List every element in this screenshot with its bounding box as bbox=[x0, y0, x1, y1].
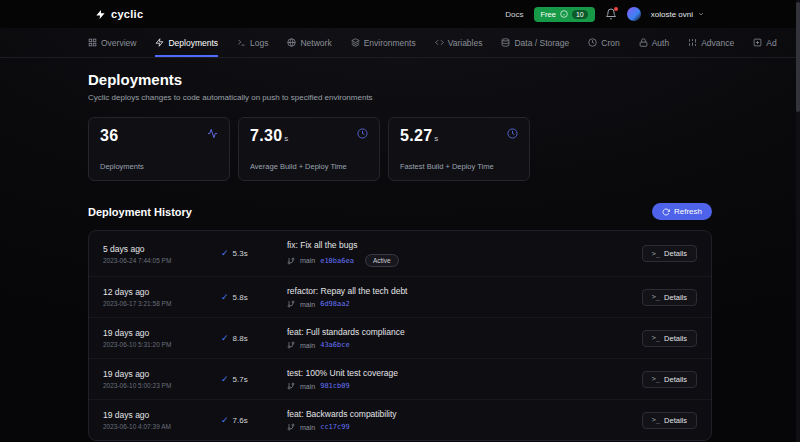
info-icon bbox=[560, 10, 568, 18]
tab-auth[interactable]: Auth bbox=[639, 28, 670, 57]
chevron-down-icon bbox=[697, 10, 705, 18]
commit-message: feat: Backwards compatibility bbox=[287, 409, 642, 419]
history-header: Deployment History Refresh bbox=[88, 203, 712, 220]
commit-hash-link[interactable]: cc17c99 bbox=[320, 423, 350, 431]
stat-label: Average Build + Deploy Time bbox=[250, 162, 347, 171]
tab-label: Network bbox=[300, 38, 331, 48]
commit-hash-link[interactable]: 981cb09 bbox=[320, 382, 350, 390]
code-icon bbox=[435, 38, 444, 47]
stat-label: Deployments bbox=[100, 162, 144, 171]
stat-card-deployments: 36 Deployments bbox=[88, 117, 230, 181]
deploy-duration: 8.8s bbox=[233, 334, 248, 343]
commit-message: feat: Full standards compliance bbox=[287, 327, 642, 337]
deploy-duration: 5.8s bbox=[233, 293, 248, 302]
details-label: Details bbox=[664, 416, 687, 425]
deploy-relative-time: 19 days ago bbox=[103, 328, 221, 338]
details-button[interactable]: >_ Details bbox=[642, 412, 697, 429]
deployment-row: 19 days ago 2023-06-10 4:07:39 AM ✓ 7.6s… bbox=[89, 400, 711, 440]
branch-name: main bbox=[300, 257, 315, 264]
plan-count-badge: 10 bbox=[572, 10, 588, 19]
avatar[interactable] bbox=[627, 7, 641, 21]
tab-cron[interactable]: Cron bbox=[588, 28, 619, 57]
deploy-relative-time: 12 days ago bbox=[103, 287, 221, 297]
deploy-duration: 5.3s bbox=[233, 249, 248, 258]
tab-label: Deployments bbox=[168, 38, 218, 48]
deployment-row: 5 days ago 2023-06-24 7:44:05 PM ✓ 5.3s … bbox=[89, 231, 711, 277]
success-check-icon: ✓ bbox=[221, 334, 229, 343]
clock-icon bbox=[588, 38, 597, 47]
terminal-prompt-icon: >_ bbox=[652, 293, 660, 301]
refresh-icon bbox=[662, 208, 670, 216]
tab-variables[interactable]: Variables bbox=[435, 28, 483, 57]
stat-value: 7.30 bbox=[250, 127, 282, 144]
logo-bolt-icon bbox=[95, 9, 106, 20]
deploy-relative-time: 19 days ago bbox=[103, 369, 221, 379]
details-label: Details bbox=[664, 249, 687, 258]
details-button[interactable]: >_ Details bbox=[642, 245, 697, 262]
layers-icon bbox=[351, 38, 360, 47]
history-title: Deployment History bbox=[88, 206, 192, 218]
lock-icon bbox=[639, 38, 648, 47]
tab-deployments[interactable]: Deployments bbox=[155, 28, 218, 57]
primary-nav: Overview Deployments Logs Network Enviro… bbox=[0, 28, 800, 58]
deploy-relative-time: 19 days ago bbox=[103, 410, 221, 420]
scrollbar-thumb[interactable] bbox=[796, 2, 800, 112]
page-scrollbar[interactable] bbox=[796, 0, 800, 442]
app-logo[interactable]: cyclic bbox=[95, 8, 143, 20]
tab-data-storage[interactable]: Data / Storage bbox=[501, 28, 569, 57]
terminal-prompt-icon: >_ bbox=[652, 375, 660, 383]
deploy-timestamp: 2023-06-10 5:00:23 PM bbox=[103, 382, 221, 389]
stat-label: Fastest Build + Deploy Time bbox=[400, 162, 494, 171]
stat-unit: s bbox=[434, 134, 438, 143]
terminal-prompt-icon: >_ bbox=[652, 250, 660, 258]
success-check-icon: ✓ bbox=[221, 293, 229, 302]
git-branch-icon bbox=[287, 423, 295, 431]
details-label: Details bbox=[664, 334, 687, 343]
git-branch-icon bbox=[287, 382, 295, 390]
database-icon bbox=[501, 38, 510, 47]
user-name: xoloste ovni bbox=[651, 10, 693, 19]
stat-card-fastest-time: 5.27s Fastest Build + Deploy Time bbox=[388, 117, 530, 181]
top-bar: cyclic Docs Free 10 xoloste ovni bbox=[0, 0, 800, 28]
tab-label: Auth bbox=[652, 38, 670, 48]
details-button[interactable]: >_ Details bbox=[642, 289, 697, 306]
commit-hash-link[interactable]: e10ba6ea bbox=[320, 257, 354, 265]
stat-unit: s bbox=[284, 134, 288, 143]
details-label: Details bbox=[664, 375, 687, 384]
deploy-timestamp: 2023-06-17 3:21:58 PM bbox=[103, 300, 221, 307]
notifications-button[interactable] bbox=[605, 8, 617, 20]
details-button[interactable]: >_ Details bbox=[642, 371, 697, 388]
tab-label: Cron bbox=[601, 38, 619, 48]
page-title: Deployments bbox=[88, 71, 712, 88]
docs-link[interactable]: Docs bbox=[505, 10, 523, 19]
success-check-icon: ✓ bbox=[221, 375, 229, 384]
deploy-timestamp: 2023-06-10 4:07:39 AM bbox=[103, 423, 221, 430]
tab-label: Logs bbox=[250, 38, 268, 48]
plan-button[interactable]: Free 10 bbox=[534, 7, 595, 22]
commit-hash-link[interactable]: 43a6bce bbox=[320, 341, 350, 349]
tab-label: Ad bbox=[766, 38, 776, 48]
tab-network[interactable]: Network bbox=[287, 28, 331, 57]
activity-icon bbox=[205, 126, 220, 141]
main-content: Deployments Cyclic deploys changes to co… bbox=[0, 71, 800, 441]
tab-overview[interactable]: Overview bbox=[88, 28, 136, 57]
details-button[interactable]: >_ Details bbox=[642, 330, 697, 347]
refresh-button[interactable]: Refresh bbox=[652, 203, 712, 220]
tab-addons[interactable]: Ad bbox=[753, 28, 776, 57]
deploy-timestamp: 2023-06-10 5:31:20 PM bbox=[103, 341, 221, 348]
deployment-row: 19 days ago 2023-06-10 5:00:23 PM ✓ 5.7s… bbox=[89, 359, 711, 400]
deployment-row: 19 days ago 2023-06-10 5:31:20 PM ✓ 8.8s… bbox=[89, 318, 711, 359]
user-menu[interactable]: xoloste ovni bbox=[651, 10, 705, 19]
stats-row: 36 Deployments 7.30s Average Build + Dep… bbox=[88, 117, 712, 181]
deploy-relative-time: 5 days ago bbox=[103, 244, 221, 254]
commit-hash-link[interactable]: 6d98aa2 bbox=[320, 300, 350, 308]
tab-label: Environments bbox=[364, 38, 416, 48]
logo-text: cyclic bbox=[111, 8, 143, 20]
branch-name: main bbox=[300, 342, 315, 349]
tab-environments[interactable]: Environments bbox=[351, 28, 416, 57]
grid-icon bbox=[88, 38, 97, 47]
deploy-timestamp: 2023-06-24 7:44:05 PM bbox=[103, 257, 221, 264]
tab-advanced[interactable]: Advance bbox=[688, 28, 734, 57]
tab-label: Overview bbox=[101, 38, 136, 48]
tab-logs[interactable]: Logs bbox=[237, 28, 268, 57]
